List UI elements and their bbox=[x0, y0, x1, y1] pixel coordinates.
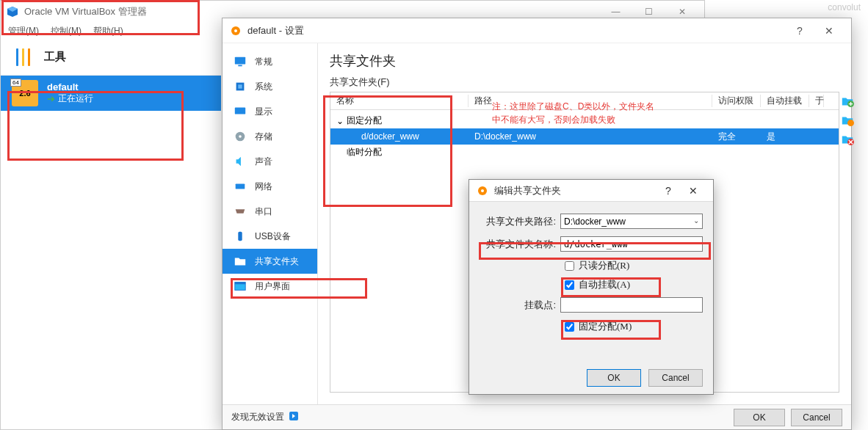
cell-access: 完全 bbox=[712, 131, 761, 143]
menu-manage[interactable]: 管理(M) bbox=[8, 25, 39, 37]
content-subtitle: 共享文件夹(F) bbox=[330, 76, 839, 89]
folder-path-select[interactable]: D:\docker_www ⌄ bbox=[560, 214, 703, 229]
label-automount[interactable]: 自动挂载(A) bbox=[579, 278, 630, 291]
category-ui[interactable]: 用户界面 bbox=[223, 274, 317, 299]
vm-status: 正在运行 bbox=[58, 92, 93, 105]
footer-status: 发现无效设置 bbox=[231, 411, 734, 423]
label-permanent[interactable]: 固定分配(M) bbox=[579, 320, 632, 333]
menu-help[interactable]: 帮助(H) bbox=[93, 25, 123, 37]
edit-titlebar[interactable]: 编辑共享文件夹 ? ✕ bbox=[469, 180, 713, 202]
warning-icon bbox=[289, 411, 299, 423]
vm-name: default bbox=[47, 81, 93, 92]
faded-text: convolut bbox=[828, 2, 861, 12]
col-access[interactable]: 访问权限 bbox=[712, 95, 761, 107]
gear-icon bbox=[230, 25, 242, 37]
display-icon bbox=[233, 104, 247, 119]
settings-categories: 常规 系统 显示 存储 声音 网络 串口 USB设备 共享文件夹 用户界面 bbox=[223, 43, 318, 404]
label-readonly[interactable]: 只读分配(R) bbox=[579, 259, 629, 272]
category-general[interactable]: 常规 bbox=[223, 49, 317, 74]
cell-auto: 是 bbox=[761, 131, 809, 143]
vm-list-sidebar: 工具 64 2.6 default ➔ 正在运行 bbox=[1, 39, 221, 429]
help-button[interactable]: ? bbox=[785, 25, 814, 37]
speaker-icon bbox=[233, 154, 247, 169]
vm-64bit-badge: 64 bbox=[10, 79, 21, 87]
add-folder-button[interactable] bbox=[840, 94, 855, 109]
edit-folder-button[interactable] bbox=[840, 113, 855, 128]
category-serial[interactable]: 串口 bbox=[223, 199, 317, 224]
disk-icon bbox=[233, 129, 247, 144]
svg-rect-10 bbox=[238, 84, 242, 88]
window-icon bbox=[233, 279, 247, 294]
svg-point-23 bbox=[481, 189, 484, 192]
cancel-button[interactable]: Cancel bbox=[648, 369, 703, 387]
group-fixed[interactable]: ⌄ 固定分配 bbox=[330, 113, 839, 128]
category-usb[interactable]: USB设备 bbox=[223, 224, 317, 249]
readonly-checkbox[interactable] bbox=[565, 261, 574, 271]
help-button[interactable]: ? bbox=[656, 185, 681, 197]
svg-rect-3 bbox=[22, 48, 24, 66]
monitor-icon bbox=[233, 54, 247, 69]
category-shared-folders[interactable]: 共享文件夹 bbox=[223, 249, 317, 274]
main-title: Oracle VM VirtualBox 管理器 bbox=[24, 5, 599, 18]
cell-name: d/docker_www bbox=[330, 131, 469, 142]
label-mountpoint: 挂载点: bbox=[480, 299, 560, 312]
running-arrow-icon: ➔ bbox=[47, 93, 55, 104]
menu-control[interactable]: 控制(M) bbox=[51, 25, 82, 37]
chip-icon bbox=[233, 79, 247, 94]
tools-entry[interactable]: 工具 bbox=[1, 39, 221, 76]
vm-os-icon: 64 2.6 bbox=[12, 80, 38, 106]
settings-title: default - 设置 bbox=[247, 24, 785, 37]
table-side-buttons bbox=[840, 92, 856, 147]
category-storage[interactable]: 存储 bbox=[223, 124, 317, 149]
svg-rect-8 bbox=[238, 65, 242, 67]
col-name[interactable]: 名称 bbox=[330, 95, 469, 107]
ok-button[interactable]: OK bbox=[587, 369, 641, 387]
col-at[interactable]: 于 bbox=[809, 95, 824, 107]
close-button[interactable]: ✕ bbox=[681, 185, 706, 197]
svg-rect-7 bbox=[235, 57, 245, 65]
svg-rect-17 bbox=[235, 283, 245, 285]
chevron-down-icon: ⌄ bbox=[693, 216, 699, 225]
svg-point-19 bbox=[847, 120, 854, 126]
tools-icon bbox=[12, 45, 35, 69]
chevron-down-icon: ⌄ bbox=[336, 116, 344, 126]
category-audio[interactable]: 声音 bbox=[223, 149, 317, 174]
table-header: 名称 路径 访问权限 自动挂载 于 bbox=[330, 92, 839, 110]
table-row[interactable]: d/docker_www D:\docker_www 完全 是 bbox=[330, 128, 839, 145]
label-folder-name: 共享文件夹名称: bbox=[480, 238, 560, 251]
col-auto[interactable]: 自动挂载 bbox=[761, 95, 809, 107]
folder-icon bbox=[233, 254, 247, 269]
category-display[interactable]: 显示 bbox=[223, 99, 317, 124]
network-icon bbox=[233, 179, 247, 194]
folder-name-input[interactable] bbox=[560, 236, 703, 252]
permanent-checkbox[interactable] bbox=[565, 322, 574, 332]
svg-rect-4 bbox=[28, 48, 30, 66]
svg-rect-14 bbox=[236, 183, 245, 189]
edit-title: 编辑共享文件夹 bbox=[494, 184, 656, 197]
mountpoint-input[interactable] bbox=[560, 297, 703, 313]
usb-icon bbox=[233, 229, 247, 244]
remove-folder-button[interactable] bbox=[840, 132, 855, 147]
group-temp[interactable]: 临时分配 bbox=[330, 145, 839, 160]
vm-entry-default[interactable]: 64 2.6 default ➔ 正在运行 bbox=[1, 76, 221, 111]
category-system[interactable]: 系统 bbox=[223, 74, 317, 99]
svg-point-6 bbox=[234, 29, 237, 32]
cancel-button[interactable]: Cancel bbox=[791, 409, 842, 426]
label-folder-path: 共享文件夹路径: bbox=[480, 215, 560, 228]
svg-rect-2 bbox=[16, 48, 18, 66]
gear-icon bbox=[477, 185, 488, 197]
close-button[interactable]: ✕ bbox=[814, 25, 844, 37]
serial-icon bbox=[233, 204, 247, 219]
cell-path: D:\docker_www bbox=[469, 131, 712, 142]
automount-checkbox[interactable] bbox=[565, 280, 574, 290]
content-title: 共享文件夹 bbox=[330, 52, 839, 70]
settings-footer: 发现无效设置 OK Cancel bbox=[223, 404, 851, 429]
vm-version: 2.6 bbox=[19, 89, 30, 98]
ok-button[interactable]: OK bbox=[734, 409, 785, 426]
col-path[interactable]: 路径 bbox=[469, 95, 712, 107]
settings-titlebar[interactable]: default - 设置 ? ✕ bbox=[223, 18, 851, 43]
edit-shared-folder-dialog: 编辑共享文件夹 ? ✕ 共享文件夹路径: D:\docker_www ⌄ 共享文… bbox=[469, 179, 714, 395]
svg-rect-15 bbox=[238, 232, 242, 241]
category-network[interactable]: 网络 bbox=[223, 174, 317, 199]
virtualbox-logo-icon bbox=[7, 6, 18, 18]
